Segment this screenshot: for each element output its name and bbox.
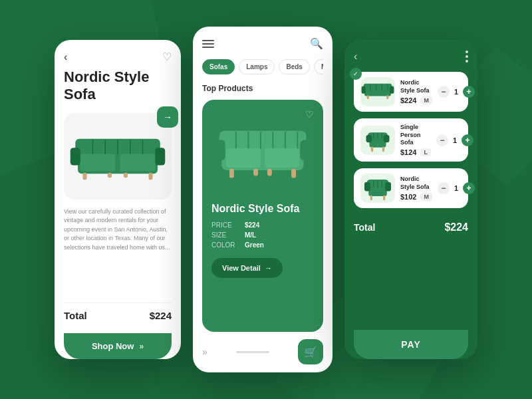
svg-rect-8 bbox=[155, 148, 165, 165]
tab-lamps[interactable]: Lamps bbox=[239, 59, 275, 74]
svg-rect-10 bbox=[120, 154, 156, 171]
svg-rect-25 bbox=[226, 148, 261, 168]
color-value: Green bbox=[245, 241, 264, 249]
tab-beds[interactable]: Beds bbox=[279, 59, 309, 74]
svg-rect-53 bbox=[385, 182, 391, 192]
cart-price-row-2: $124 L bbox=[400, 148, 431, 156]
svg-rect-45 bbox=[371, 146, 373, 152]
total-price-s1: $224 bbox=[150, 310, 172, 321]
price-value: $224 bbox=[245, 221, 259, 229]
category-tabs: Sofas Lamps Beds Mirrors Tables bbox=[202, 59, 323, 74]
wishlist-icon[interactable]: ♡ bbox=[162, 51, 172, 63]
price-label: PRICE bbox=[211, 221, 238, 229]
screen1-header: ‹ ♡ bbox=[64, 51, 172, 63]
dot3 bbox=[466, 60, 468, 63]
tab-mirrors[interactable]: Mirrors bbox=[314, 59, 323, 74]
back-button-s3[interactable]: ‹ bbox=[354, 51, 357, 63]
screen3-header: ‹ bbox=[354, 51, 468, 63]
screen3-card: ‹ ✓ bbox=[344, 40, 477, 359]
view-detail-arrow: → bbox=[265, 264, 272, 272]
qty-plus-3[interactable]: + bbox=[463, 182, 475, 194]
view-detail-button[interactable]: View Detail → bbox=[211, 258, 283, 278]
qty-minus-3[interactable]: − bbox=[438, 182, 450, 194]
cart-item-info-3: Nordic Style Sofa $102 M bbox=[400, 176, 432, 200]
product-name: Nordic Style Sofa bbox=[211, 202, 314, 215]
cart-item-price-2: $124 bbox=[400, 148, 416, 156]
qty-number-3: 1 bbox=[452, 184, 460, 192]
cart-item-name-3: Nordic Style Sofa bbox=[400, 176, 432, 191]
cart-button[interactable]: 🛒 bbox=[298, 339, 323, 364]
svg-rect-27 bbox=[229, 169, 234, 178]
svg-rect-29 bbox=[253, 169, 258, 176]
product-details: PRICE $224 SIZE M/L COLOR Green bbox=[211, 221, 314, 249]
qty-minus-1[interactable]: − bbox=[438, 86, 450, 98]
featured-product-card: ♡ bbox=[202, 100, 323, 332]
menu-button[interactable] bbox=[202, 40, 214, 48]
size-row: SIZE M/L bbox=[211, 231, 314, 239]
cart-item-3: Nordic Style Sofa $102 M − 1 + bbox=[354, 168, 468, 208]
cart-item-info-1: Nordic Style Sofa $224 M bbox=[400, 79, 432, 104]
screens-container: ‹ ♡ Nordic Style Sofa → bbox=[55, 27, 477, 372]
product-image-container: → bbox=[64, 113, 172, 200]
cart-item-size-3: M bbox=[420, 193, 432, 201]
svg-rect-40 bbox=[386, 95, 388, 99]
size-label: SIZE bbox=[211, 231, 238, 239]
next-button[interactable]: → bbox=[157, 106, 178, 128]
cart-item-price-3: $102 bbox=[400, 193, 416, 201]
total-label-s1: Total bbox=[64, 310, 87, 321]
svg-rect-7 bbox=[70, 148, 80, 165]
size-value: M/L bbox=[245, 231, 256, 239]
svg-rect-23 bbox=[214, 140, 225, 161]
shop-now-button[interactable]: Shop Now » bbox=[64, 333, 172, 359]
back-button[interactable]: ‹ bbox=[64, 51, 67, 63]
cart-price-row-1: $224 M bbox=[400, 96, 432, 104]
svg-rect-38 bbox=[390, 86, 394, 94]
product-heart-icon[interactable]: ♡ bbox=[305, 109, 314, 120]
screen2-card: 🔍 Sofas Lamps Beds Mirrors Tables Top Pr… bbox=[193, 27, 332, 372]
dot2 bbox=[466, 55, 468, 58]
sofa-mini-1 bbox=[361, 79, 394, 104]
total-row-s3: Total $224 bbox=[354, 215, 468, 240]
svg-rect-13 bbox=[108, 173, 112, 178]
svg-rect-39 bbox=[367, 95, 369, 99]
tab-sofas[interactable]: Sofas bbox=[202, 59, 235, 74]
shop-label: Shop Now bbox=[92, 341, 134, 351]
pay-button[interactable]: PAY bbox=[354, 330, 468, 359]
screen2-header: 🔍 bbox=[202, 37, 323, 50]
svg-rect-44 bbox=[384, 134, 390, 142]
total-label-s3: Total bbox=[354, 222, 375, 233]
qty-minus-2[interactable]: − bbox=[436, 134, 448, 146]
svg-rect-14 bbox=[124, 173, 128, 178]
search-button[interactable]: 🔍 bbox=[310, 37, 323, 50]
qty-plus-1[interactable]: + bbox=[463, 86, 475, 98]
svg-rect-11 bbox=[83, 173, 87, 180]
sofa-image-s1 bbox=[68, 126, 168, 186]
more-menu-button[interactable] bbox=[466, 51, 468, 63]
product-description: View our carefully curated collection of… bbox=[64, 207, 172, 295]
cart-item-info-2: Single Person Sofa $124 L bbox=[400, 124, 431, 156]
cart-price-row-3: $102 M bbox=[400, 193, 432, 201]
cart-item-name-2: Single Person Sofa bbox=[400, 124, 431, 147]
section-title: Top Products bbox=[202, 84, 323, 93]
cart-item-size-1: M bbox=[420, 96, 432, 104]
nav-chevrons[interactable]: » bbox=[202, 346, 207, 357]
svg-rect-12 bbox=[149, 173, 153, 180]
screen1-content: ‹ ♡ Nordic Style Sofa → bbox=[55, 40, 181, 359]
hamburger-line bbox=[202, 40, 214, 41]
cart-item-size-2: L bbox=[420, 148, 431, 156]
qty-control-2: − 1 + bbox=[436, 134, 473, 146]
cart-item-img-1 bbox=[360, 77, 395, 106]
qty-control-3: − 1 + bbox=[438, 182, 475, 194]
price-row: PRICE $224 bbox=[211, 221, 314, 229]
svg-rect-30 bbox=[267, 169, 272, 176]
color-label: COLOR bbox=[211, 241, 238, 249]
qty-plus-2[interactable]: + bbox=[462, 134, 473, 146]
cart-item-price-1: $224 bbox=[400, 96, 416, 104]
svg-rect-37 bbox=[362, 86, 366, 94]
cart-item-img-3 bbox=[360, 174, 395, 203]
chevrons-icon: » bbox=[139, 342, 144, 351]
hamburger-line bbox=[202, 47, 214, 48]
hamburger-line bbox=[202, 43, 214, 45]
svg-rect-16 bbox=[219, 131, 307, 150]
total-row-s1: Total $224 bbox=[64, 303, 172, 328]
